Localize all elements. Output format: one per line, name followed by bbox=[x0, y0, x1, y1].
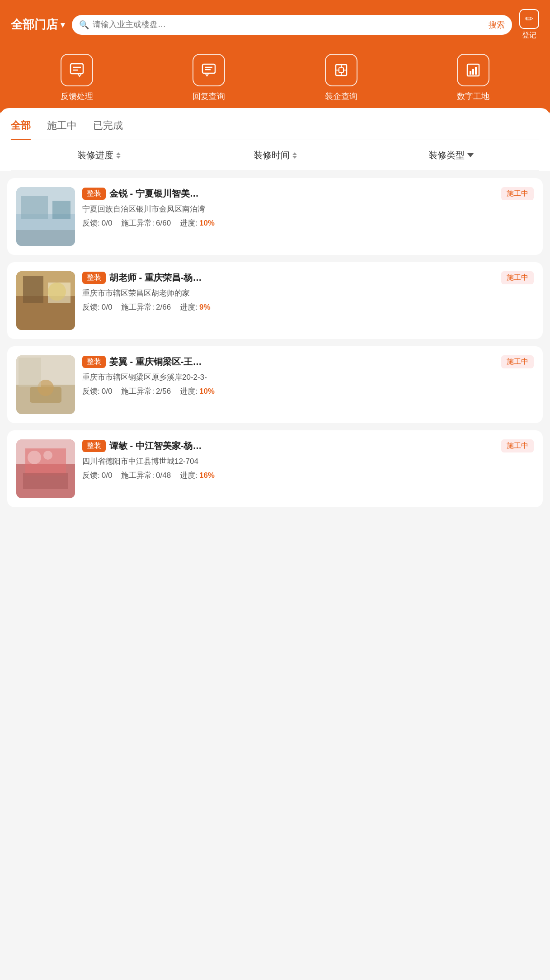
progress-stat: 进度: 16% bbox=[180, 470, 215, 481]
card-address: 重庆市市辖区铜梁区原乡溪岸20-2-3- bbox=[82, 372, 534, 382]
card-list: 整装 金锐 - 宁夏银川智美… 施工中 宁夏回族自治区银川市金凤区南泊湾 反馈:… bbox=[0, 171, 550, 514]
tag-badge: 整装 bbox=[82, 356, 106, 368]
abnormal-label: 施工异常: bbox=[121, 302, 154, 312]
filter-progress-label: 装修进度 bbox=[77, 149, 113, 161]
filter-time-label: 装修时间 bbox=[254, 149, 290, 161]
progress-value: 16% bbox=[199, 471, 215, 480]
abnormal-value: 2/56 bbox=[156, 387, 171, 396]
feedback-value: 0/0 bbox=[102, 219, 113, 228]
nav-item-company[interactable]: 装企查询 bbox=[325, 54, 357, 102]
svg-point-34 bbox=[28, 451, 41, 464]
tab-all[interactable]: 全部 bbox=[11, 119, 31, 140]
filter-progress[interactable]: 装修进度 bbox=[11, 149, 187, 161]
card-title-left: 整装 胡老师 - 重庆荣昌-杨… bbox=[82, 272, 498, 284]
search-icon: 🔍 bbox=[79, 20, 89, 30]
tab-in-progress[interactable]: 施工中 bbox=[47, 119, 77, 140]
card-stats: 反馈: 0/0 施工异常: 0/48 进度: 16% bbox=[82, 470, 534, 481]
feedback-label: 反馈: bbox=[82, 302, 100, 312]
progress-stat: 进度: 9% bbox=[180, 302, 210, 312]
card-info: 整装 胡老师 - 重庆荣昌-杨… 施工中 重庆市市辖区荣昌区胡老师的家 反馈: … bbox=[82, 271, 534, 312]
feedback-stat: 反馈: 0/0 bbox=[82, 470, 112, 481]
status-badge: 施工中 bbox=[501, 439, 534, 452]
card-info: 整装 谭敏 - 中江智美家-杨… 施工中 四川省德阳市中江县博世城12-704 … bbox=[82, 439, 534, 481]
nav-item-feedback[interactable]: 反馈处理 bbox=[61, 54, 93, 102]
card-title-left: 整装 谭敏 - 中江智美家-杨… bbox=[82, 440, 498, 452]
register-icon: ✏ bbox=[519, 9, 539, 29]
search-input[interactable] bbox=[93, 20, 485, 29]
table-row[interactable]: 整装 胡老师 - 重庆荣昌-杨… 施工中 重庆市市辖区荣昌区胡老师的家 反馈: … bbox=[7, 262, 543, 339]
filter-type-label: 装修类型 bbox=[428, 149, 465, 161]
table-row[interactable]: 整装 姜翼 - 重庆铜梁区-王… 施工中 重庆市市辖区铜梁区原乡溪岸20-2-3… bbox=[7, 346, 543, 423]
card-top: 整装 胡老师 - 重庆荣昌-杨… 施工中 重庆市市辖区荣昌区胡老师的家 反馈: … bbox=[16, 271, 534, 330]
store-selector-label: 全部门店 bbox=[11, 17, 58, 33]
tag-badge: 整装 bbox=[82, 440, 106, 452]
svg-rect-3 bbox=[202, 64, 215, 73]
abnormal-label: 施工异常: bbox=[121, 218, 154, 228]
abnormal-label: 施工异常: bbox=[121, 386, 154, 396]
abnormal-value: 6/60 bbox=[156, 219, 171, 228]
arrow-up-icon bbox=[116, 152, 121, 155]
card-top: 整装 金锐 - 宁夏银川智美… 施工中 宁夏回族自治区银川市金凤区南泊湾 反馈:… bbox=[16, 187, 534, 246]
card-address: 宁夏回族自治区银川市金凤区南泊湾 bbox=[82, 204, 534, 214]
filter-time[interactable]: 装修时间 bbox=[187, 149, 363, 161]
header-top: 全部门店 ▾ 🔍 搜索 ✏ 登记 bbox=[11, 9, 539, 40]
card-address: 四川省德阳市中江县博世城12-704 bbox=[82, 456, 534, 466]
abnormal-stat: 施工异常: 2/56 bbox=[121, 386, 171, 396]
progress-label: 进度: bbox=[180, 302, 197, 312]
filter-type[interactable]: 装修类型 bbox=[363, 149, 539, 161]
abnormal-value: 2/66 bbox=[156, 303, 171, 312]
sort-arrows-time bbox=[292, 152, 297, 159]
svg-rect-20 bbox=[16, 230, 75, 246]
filter-row: 装修进度 装修时间 装修类型 bbox=[11, 140, 539, 171]
tag-badge: 整装 bbox=[82, 272, 106, 284]
status-badge: 施工中 bbox=[501, 355, 534, 368]
abnormal-label: 施工异常: bbox=[121, 470, 154, 481]
tabs-row: 全部 施工中 已完成 bbox=[11, 108, 539, 140]
card-title-left: 整装 姜翼 - 重庆铜梁区-王… bbox=[82, 356, 498, 368]
project-thumbnail bbox=[16, 271, 75, 330]
svg-rect-36 bbox=[23, 473, 68, 489]
table-row[interactable]: 整装 谭敏 - 中江智美家-杨… 施工中 四川省德阳市中江县博世城12-704 … bbox=[7, 430, 543, 507]
reply-icon bbox=[193, 54, 225, 86]
store-selector[interactable]: 全部门店 ▾ bbox=[11, 17, 65, 33]
project-thumbnail bbox=[16, 439, 75, 498]
card-title-left: 整装 金锐 - 宁夏银川智美… bbox=[82, 188, 498, 200]
card-title-row: 整装 谭敏 - 中江智美家-杨… 施工中 bbox=[82, 439, 534, 452]
register-button[interactable]: ✏ 登记 bbox=[519, 9, 539, 40]
svg-point-35 bbox=[43, 451, 52, 460]
progress-value: 9% bbox=[199, 303, 211, 312]
feedback-label: 反馈处理 bbox=[61, 91, 93, 102]
dropdown-arrow-icon bbox=[467, 153, 474, 157]
abnormal-stat: 施工异常: 2/66 bbox=[121, 302, 171, 312]
company-label: 装企查询 bbox=[325, 91, 357, 102]
svg-rect-0 bbox=[71, 64, 83, 74]
card-title-row: 整装 胡老师 - 重庆荣昌-杨… 施工中 bbox=[82, 271, 534, 284]
digital-icon bbox=[457, 54, 489, 86]
card-title-row: 整装 金锐 - 宁夏银川智美… 施工中 bbox=[82, 187, 534, 200]
card-stats: 反馈: 0/0 施工异常: 2/66 进度: 9% bbox=[82, 302, 534, 312]
nav-item-digital[interactable]: 数字工地 bbox=[457, 54, 489, 102]
arrow-down-icon bbox=[292, 156, 297, 159]
card-top: 整装 姜翼 - 重庆铜梁区-王… 施工中 重庆市市辖区铜梁区原乡溪岸20-2-3… bbox=[16, 355, 534, 414]
progress-value: 10% bbox=[199, 387, 215, 396]
status-badge: 施工中 bbox=[501, 187, 534, 200]
svg-rect-18 bbox=[21, 196, 48, 219]
chevron-down-icon: ▾ bbox=[61, 20, 65, 30]
status-badge: 施工中 bbox=[501, 271, 534, 284]
company-icon bbox=[325, 54, 357, 86]
nav-item-reply[interactable]: 回复查询 bbox=[193, 54, 225, 102]
table-row[interactable]: 整装 金锐 - 宁夏银川智美… 施工中 宁夏回族自治区银川市金凤区南泊湾 反馈:… bbox=[7, 178, 543, 255]
search-button[interactable]: 搜索 bbox=[489, 19, 505, 30]
svg-rect-7 bbox=[339, 68, 343, 72]
progress-label: 进度: bbox=[180, 386, 197, 396]
card-title: 胡老师 - 重庆荣昌-杨… bbox=[109, 272, 202, 284]
svg-rect-30 bbox=[19, 358, 41, 387]
card-title: 谭敏 - 中江智美家-杨… bbox=[109, 440, 202, 452]
abnormal-stat: 施工异常: 0/48 bbox=[121, 470, 171, 481]
card-info: 整装 金锐 - 宁夏银川智美… 施工中 宁夏回族自治区银川市金凤区南泊湾 反馈:… bbox=[82, 187, 534, 228]
feedback-label: 反馈: bbox=[82, 218, 100, 228]
feedback-value: 0/0 bbox=[102, 303, 113, 312]
tab-completed[interactable]: 已完成 bbox=[93, 119, 123, 140]
progress-value: 10% bbox=[199, 219, 215, 228]
feedback-icon bbox=[61, 54, 93, 86]
